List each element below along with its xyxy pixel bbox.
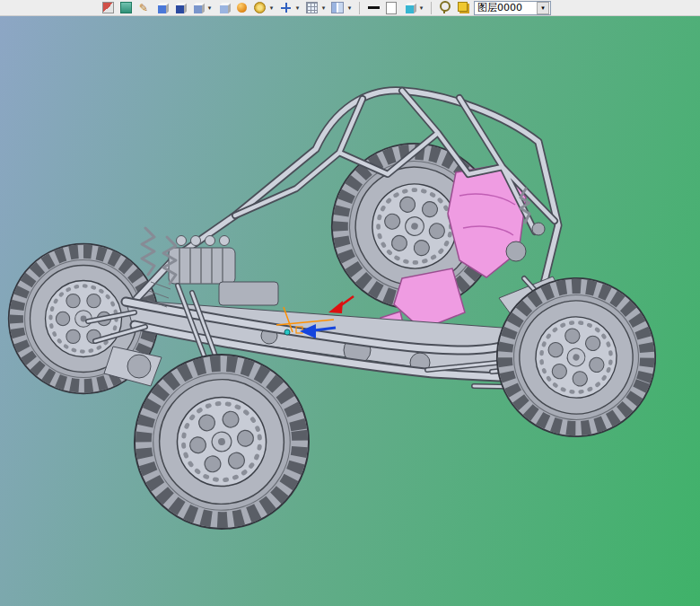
sketch-icon-glyph xyxy=(102,2,114,13)
axis-arrowhead-red xyxy=(328,301,343,313)
wheel-front-right[interactable] xyxy=(475,256,678,459)
toolbar-separator xyxy=(359,2,360,14)
visibility-lamp-icon-glyph xyxy=(440,1,451,12)
move-icon-glyph xyxy=(281,3,291,13)
mirror-icon[interactable] xyxy=(330,1,345,15)
move-icon[interactable] xyxy=(278,1,293,15)
work-plane-icon-glyph xyxy=(120,2,132,13)
revolve-box-icon[interactable] xyxy=(172,1,187,15)
layer-selector-combobox[interactable]: 图层0000 ▾ xyxy=(474,1,551,15)
fillet-icon-glyph xyxy=(254,2,266,13)
pencil-draft-icon[interactable]: ✎ xyxy=(136,1,151,15)
visibility-lamp-icon[interactable] xyxy=(438,1,452,15)
extrude-box-icon[interactable] xyxy=(154,1,169,15)
render-mode-dropdown-caret[interactable]: ▾ xyxy=(418,4,424,12)
revolve-box-icon-glyph xyxy=(176,5,184,13)
loft-box-icon-glyph xyxy=(220,5,228,13)
toolbar: ✎ ▾ ▾ ▾ ▾ ▾ ▾ 图层0000 ▾ xyxy=(0,0,700,16)
array-pattern-icon-glyph xyxy=(306,2,318,13)
extrude-box-icon-glyph xyxy=(158,5,166,13)
3d-viewport[interactable] xyxy=(0,16,700,606)
layer-selector-value: 图层0000 xyxy=(477,1,535,14)
sketch-icon[interactable] xyxy=(101,1,115,15)
move-dropdown-caret[interactable]: ▾ xyxy=(294,4,301,12)
buggy-model-canvas[interactable] xyxy=(0,16,700,606)
toolbar-separator xyxy=(431,2,432,14)
loft-box-icon[interactable] xyxy=(216,1,231,15)
array-dropdown-caret[interactable]: ▾ xyxy=(320,4,327,12)
new-sheet-icon[interactable] xyxy=(384,1,398,15)
snap-point-dot xyxy=(284,329,290,335)
sweep-dropdown-caret[interactable]: ▾ xyxy=(206,4,213,12)
work-plane-icon[interactable] xyxy=(118,1,133,15)
sweep-box-icon[interactable] xyxy=(190,1,205,15)
layers-icon-glyph xyxy=(458,2,468,12)
layers-icon[interactable] xyxy=(456,1,470,15)
array-pattern-icon[interactable] xyxy=(304,1,319,15)
fillet-dropdown-caret[interactable]: ▾ xyxy=(268,4,275,12)
fillet-icon[interactable] xyxy=(252,1,267,15)
line-width-icon[interactable] xyxy=(366,1,381,15)
line-width-icon-glyph xyxy=(368,6,380,9)
new-sheet-icon-glyph xyxy=(386,2,397,14)
sphere-primitive-icon-glyph xyxy=(237,3,247,13)
render-mode-icon[interactable] xyxy=(402,1,416,15)
mirror-dropdown-caret[interactable]: ▾ xyxy=(346,4,353,12)
mirror-icon-glyph xyxy=(331,2,344,13)
sphere-primitive-icon[interactable] xyxy=(234,1,249,15)
render-mode-icon-glyph xyxy=(406,5,414,13)
sweep-box-icon-glyph xyxy=(194,5,202,13)
chevron-down-icon[interactable]: ▾ xyxy=(537,2,549,14)
